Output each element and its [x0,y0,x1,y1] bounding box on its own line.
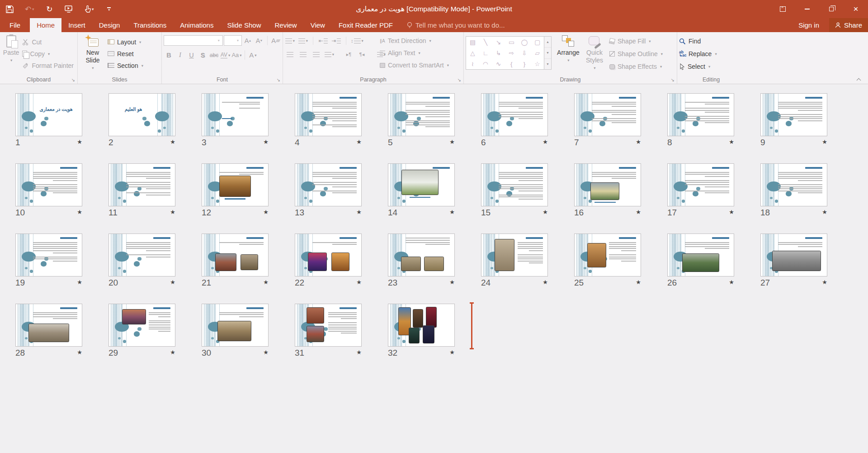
slide-thumbnail-10[interactable] [15,163,82,206]
align-center-button[interactable] [298,49,308,60]
bold-button[interactable]: B [164,50,174,60]
transition-star-icon[interactable]: ★ [170,278,175,286]
format-painter-button[interactable]: Format Painter [20,60,75,71]
replace-button[interactable]: ab↳ac Replace ▾ [679,48,717,59]
slide-thumbnail-6[interactable] [481,93,548,136]
underline-button[interactable]: U [186,50,197,60]
text-shadow-button[interactable]: S [198,50,208,60]
transition-star-icon[interactable]: ★ [636,278,641,286]
slide-thumbnail-22[interactable] [295,234,362,277]
slide-sorter-canvas[interactable]: هويت در معماری1★هو العليم2★3★4★5★6★7★8★9… [0,84,868,453]
slide-thumbnail-1[interactable]: هويت در معماری [15,93,82,136]
slide-thumbnail-26[interactable] [667,234,734,277]
transition-star-icon[interactable]: ★ [356,348,362,357]
tell-me-box[interactable]: Tell me what you want to do... [407,18,505,32]
font-name-combobox[interactable]: ▾ [164,35,223,46]
increase-indent-button[interactable]: ⇥ [331,36,341,46]
transition-star-icon[interactable]: ★ [636,138,641,146]
transition-star-icon[interactable]: ★ [822,208,827,216]
transition-star-icon[interactable]: ★ [77,208,82,216]
slide-thumbnail-17[interactable] [667,163,734,206]
paste-button[interactable]: Paste ▾ [2,34,20,76]
shapes-scroll-down-icon[interactable]: ▼ [544,48,551,58]
transition-star-icon[interactable]: ★ [170,348,175,357]
transition-star-icon[interactable]: ★ [449,208,455,216]
increase-font-size-button[interactable]: A▲ [243,35,253,46]
transition-star-icon[interactable]: ★ [729,138,734,146]
tab-animations[interactable]: Animations [173,18,220,32]
font-color-button[interactable]: A▾ [248,50,258,60]
decrease-indent-button[interactable]: ⇤ [318,36,328,46]
font-size-combobox[interactable]: ▾ [224,35,242,46]
transition-star-icon[interactable]: ★ [636,208,641,216]
quick-styles-button[interactable]: Quick Styles ▾ [581,34,608,76]
shape-14-icon[interactable]: ∿ [492,58,505,69]
new-slide-button[interactable]: New Slide ▾ [80,34,106,76]
tab-design[interactable]: Design [92,18,127,32]
slide-thumbnail-2[interactable]: هو العليم [108,93,175,136]
section-button[interactable]: Section ▾ [106,60,145,71]
transition-star-icon[interactable]: ★ [77,278,82,286]
transition-star-icon[interactable]: ★ [729,208,734,216]
close-icon[interactable]: × [844,0,868,18]
text-direction-button[interactable]: ∥A Text Direction ▾ [380,35,449,46]
slide-thumbnail-13[interactable] [295,163,362,206]
convert-to-smartart-button[interactable]: Convert to SmartArt ▾ [380,60,449,71]
slide-thumbnail-8[interactable] [667,93,734,136]
shape-3-icon[interactable]: ▭ [505,37,518,48]
restore-down-icon[interactable] [819,0,844,18]
reset-button[interactable]: Reset [106,48,145,59]
shape-6-icon[interactable]: △ [466,48,479,58]
transition-star-icon[interactable]: ★ [263,348,269,357]
select-button[interactable]: Select ▾ [679,61,717,72]
transition-star-icon[interactable]: ★ [170,208,175,216]
transition-star-icon[interactable]: ★ [356,138,362,146]
shapes-scroll-up-icon[interactable]: ▲ [544,37,551,48]
shape-effects-button[interactable]: Shape Effects ▾ [609,61,663,72]
layout-button[interactable]: Layout ▾ [106,36,145,48]
slide-thumbnail-5[interactable] [388,93,455,136]
slide-thumbnail-3[interactable] [202,93,269,136]
shape-15-icon[interactable]: { [505,58,518,69]
tab-view[interactable]: View [304,18,332,32]
shape-outline-button[interactable]: Shape Outline ▾ [609,48,663,59]
find-button[interactable]: Find [679,36,717,47]
transition-star-icon[interactable]: ★ [542,278,548,286]
slide-thumbnail-14[interactable] [388,163,455,206]
transition-star-icon[interactable]: ★ [263,278,269,286]
shape-0-icon[interactable]: ▤ [466,37,479,48]
left-to-right-text-button[interactable]: ▸¶ [344,49,354,60]
transition-star-icon[interactable]: ★ [822,278,827,286]
share-button[interactable]: Share [829,18,868,32]
slide-thumbnail-25[interactable] [574,234,641,277]
tab-home[interactable]: Home [30,18,61,32]
slide-thumbnail-19[interactable] [15,234,82,277]
transition-star-icon[interactable]: ★ [356,278,362,286]
clipboard-dialog-launcher-icon[interactable]: ↘ [71,78,75,82]
slide-thumbnail-18[interactable] [760,163,827,206]
shape-7-icon[interactable]: ∟ [479,48,492,58]
shape-13-icon[interactable]: ◠ [479,58,492,69]
transition-star-icon[interactable]: ★ [449,348,455,357]
tab-transitions[interactable]: Transitions [127,18,173,32]
tab-foxit-reader-pdf[interactable]: Foxit Reader PDF [332,18,400,32]
slide-thumbnail-31[interactable] [295,304,362,347]
align-right-button[interactable] [311,49,321,60]
ribbon-display-options-icon[interactable] [770,0,795,18]
transition-star-icon[interactable]: ★ [449,138,455,146]
numbering-button[interactable]: ▾ [298,36,308,46]
cut-button[interactable]: Cut [20,36,75,48]
minimize-icon[interactable] [795,0,819,18]
tab-file[interactable]: File [0,18,30,32]
shape-5-icon[interactable]: ▢ [531,37,544,48]
shape-9-icon[interactable]: ⇨ [505,48,518,58]
shape-12-icon[interactable]: ≀ [466,58,479,69]
transition-star-icon[interactable]: ★ [729,278,734,286]
shape-fill-button[interactable]: Shape Fill ▾ [609,36,663,47]
decrease-font-size-button[interactable]: A▼ [254,35,264,46]
italic-button[interactable]: I [175,50,185,60]
change-case-button[interactable]: Aa▾ [231,50,242,60]
right-to-left-text-button[interactable]: ¶◂ [357,49,367,60]
transition-star-icon[interactable]: ★ [263,138,269,146]
slide-thumbnail-20[interactable] [108,234,175,277]
